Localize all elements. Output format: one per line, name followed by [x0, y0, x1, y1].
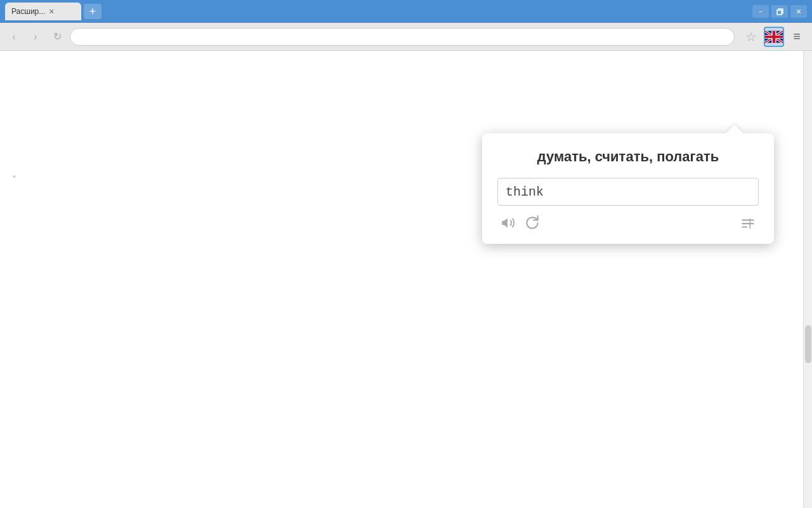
tab-label: Расшир...	[11, 7, 45, 16]
translation-result: думать, считать, полагать	[497, 149, 759, 165]
sound-button[interactable]	[500, 215, 516, 231]
page-indicator: •	[13, 171, 25, 184]
uk-flag-icon	[765, 30, 783, 44]
scrollbar-thumb[interactable]	[805, 325, 811, 363]
list-icon	[740, 215, 756, 231]
word-input-container[interactable]	[497, 178, 759, 206]
menu-icon: ≡	[793, 29, 801, 44]
svg-rect-9	[765, 36, 783, 38]
speaker-icon	[500, 215, 516, 231]
toolbar: ‹ › ↻ ☆	[0, 23, 812, 51]
browser-tab[interactable]: Расшир... ×	[5, 3, 81, 20]
title-bar: Расшир... × + − ×	[0, 0, 812, 23]
address-bar[interactable]	[70, 28, 735, 46]
card-actions	[497, 215, 759, 231]
translation-popup: думать, считать, полагать	[482, 133, 774, 244]
forward-button[interactable]: ›	[27, 28, 44, 46]
refresh-icon	[524, 215, 540, 231]
menu-button[interactable]: ≡	[787, 27, 807, 47]
svg-rect-0	[777, 10, 782, 15]
reload-icon: ↻	[53, 30, 62, 43]
back-icon: ‹	[12, 31, 15, 43]
flag-button[interactable]	[764, 27, 784, 47]
back-button[interactable]: ‹	[5, 28, 23, 46]
window-controls: − ×	[752, 5, 807, 18]
close-button[interactable]: ×	[790, 5, 807, 18]
toolbar-right: ☆ ≡	[741, 27, 807, 47]
tab-close-button[interactable]: ×	[49, 7, 54, 16]
forward-icon: ›	[34, 31, 37, 43]
minimize-button[interactable]: −	[752, 5, 769, 18]
restore-icon	[776, 8, 783, 15]
new-tab-button[interactable]: +	[84, 4, 102, 19]
list-button[interactable]	[740, 215, 756, 231]
star-icon: ☆	[745, 29, 757, 44]
word-input[interactable]	[506, 185, 750, 199]
star-button[interactable]: ☆	[741, 27, 761, 47]
restore-button[interactable]	[771, 5, 788, 18]
refresh-button[interactable]	[524, 215, 540, 231]
main-content: • думать, считать, полагать	[0, 51, 812, 508]
reload-button[interactable]: ↻	[48, 28, 66, 46]
scrollbar[interactable]	[803, 51, 812, 508]
